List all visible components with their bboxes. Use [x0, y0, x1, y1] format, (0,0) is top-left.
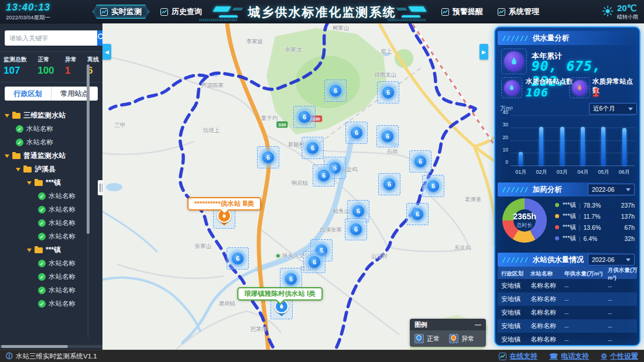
table-cell: --: [608, 296, 643, 303]
tree-folder[interactable]: 普通监测水站: [0, 149, 88, 163]
quality-ok-label: 水质合格站点数: [526, 77, 573, 86]
station-cluster-marker[interactable]: 6: [376, 125, 399, 147]
tree-station[interactable]: ✓水站名称: [0, 297, 88, 311]
map-place-label: 星岗镇: [219, 300, 236, 308]
caret-down-icon[interactable]: [27, 181, 32, 185]
tree-station[interactable]: ✓水站名称: [0, 122, 88, 136]
marker-count: 6: [262, 151, 274, 163]
tree-station[interactable]: ✓水站名称: [0, 189, 88, 203]
map-place-label: 石岗: [387, 148, 398, 156]
tree-station[interactable]: ✓水站名称: [0, 230, 88, 243]
table-row[interactable]: 安地镇名称名称----: [498, 319, 637, 333]
tree-scrollbar[interactable]: [87, 64, 90, 234]
tree-station-label: 水站名称: [49, 259, 76, 268]
x-tick-label: 06月: [619, 168, 630, 176]
table-row[interactable]: 安地镇名称名称----: [498, 279, 637, 292]
legend-collapse-button[interactable]: —: [475, 321, 481, 328]
map-place-label: 山汀村: [371, 253, 388, 260]
table-row[interactable]: 安地镇名称名称----: [498, 333, 637, 346]
collapse-panel-button[interactable]: ▶: [479, 44, 488, 60]
tree-station[interactable]: ✓水站名称: [0, 203, 88, 216]
nav-button-4[interactable]: 系统管理: [491, 5, 546, 19]
footer-link-1[interactable]: 在线支持: [499, 351, 537, 361]
tree-folder[interactable]: ***镇: [0, 243, 88, 257]
station-cluster-marker[interactable]: 6: [406, 203, 429, 225]
nav-button-label: 系统管理: [509, 6, 539, 17]
collapse-sidebar-button[interactable]: ◀: [102, 44, 111, 60]
tab-favorite-stations[interactable]: 常用站点: [51, 87, 98, 101]
bar-05月: [601, 127, 605, 166]
table-cell: --: [564, 282, 608, 289]
station-cluster-marker[interactable]: 6: [377, 81, 399, 104]
nav-button-1[interactable]: 实时监测: [93, 5, 149, 19]
footer-link-3[interactable]: ⚙个性设置: [601, 351, 638, 361]
legend-percent: 11.7%: [584, 213, 606, 220]
map-place-label: 白溪张家: [320, 226, 342, 234]
abnormal-station-callout[interactable]: **********供水站 Ⅲ类: [187, 197, 261, 211]
status-ok-icon: ✓: [38, 219, 46, 227]
station-cluster-marker[interactable]: 6: [313, 164, 335, 187]
station-cluster-marker[interactable]: 6: [409, 150, 431, 173]
station-cluster-marker[interactable]: 6: [257, 146, 279, 168]
station-cluster-marker[interactable]: 6: [345, 122, 368, 144]
nav-button-label: 历史查询: [172, 6, 202, 17]
sidebar-resize-grip[interactable]: [98, 180, 104, 195]
weather-widget: 20℃ 晴转小雨: [602, 3, 638, 21]
tree-folder[interactable]: ***镇: [0, 176, 88, 189]
stat-label: 监测总数: [4, 56, 27, 64]
search-button[interactable]: [97, 30, 102, 46]
tree-folder[interactable]: 泸溪县: [0, 163, 88, 176]
footer-link-2[interactable]: ☎电话支持: [549, 351, 589, 361]
legend-town-label: ***镇: [563, 235, 576, 243]
table-month-dropdown[interactable]: 2022-06: [588, 254, 635, 266]
tree-station-label: 水站名称: [26, 125, 53, 133]
tree-station[interactable]: ✓水站名称: [0, 216, 88, 230]
table-cell: 名称名称: [530, 308, 564, 317]
search-input[interactable]: [5, 30, 97, 46]
nav-button-3[interactable]: 预警提醒: [434, 5, 490, 19]
caret-down-icon[interactable]: [27, 249, 32, 252]
table-row[interactable]: 安地镇名称名称----: [498, 306, 637, 319]
station-cluster-marker[interactable]: 6: [227, 247, 249, 270]
dosing-month-dropdown[interactable]: 2022-06: [588, 184, 635, 195]
tree-folder[interactable]: 三维监测水站: [0, 109, 88, 122]
slashes-icon: //////: [502, 186, 529, 194]
station-cluster-marker[interactable]: 6: [345, 218, 367, 240]
table-row[interactable]: 安地镇名称名称----: [498, 292, 637, 306]
marker-count: 6: [382, 87, 394, 98]
station-cluster-marker[interactable]: 6: [293, 106, 316, 128]
pin-head: [416, 335, 422, 340]
bar-chart-xlabels: 01月02月03月04月05月06月: [511, 168, 635, 176]
period-dropdown[interactable]: 近6个月: [589, 103, 637, 115]
tree-station[interactable]: ✓水站名称: [0, 257, 88, 270]
station-cluster-marker[interactable]: 6: [422, 175, 444, 197]
normal-station-callout[interactable]: 琅琊镇雅陈村供水站 Ⅰ类: [237, 287, 323, 301]
station-cluster-marker[interactable]: 6: [302, 137, 324, 159]
station-cluster-marker[interactable]: 6: [378, 173, 400, 195]
caret-down-icon[interactable]: [5, 154, 9, 158]
tree-station[interactable]: ✓水站名称: [0, 270, 88, 284]
footer-link-label: 在线支持: [509, 351, 537, 361]
table-cell: 安地镇: [501, 295, 530, 304]
stat-label: 异常: [65, 56, 77, 64]
marker-count: 6: [382, 130, 393, 142]
y-tick-label: 30: [498, 122, 508, 127]
caret-down-icon[interactable]: [5, 114, 9, 118]
h-scrollbar[interactable]: [1, 345, 68, 348]
bars-group: [511, 116, 635, 166]
station-cluster-marker[interactable]: 6: [324, 80, 347, 102]
caret-down-icon[interactable]: [16, 168, 20, 171]
legend-pin-box: [415, 334, 424, 343]
tree-station-label: 水站名称: [49, 273, 76, 281]
table-cell: --: [564, 296, 608, 303]
footer: ⓘ 水站三维实时监测系统V1.1 在线支持☎电话支持⚙个性设置: [0, 350, 644, 362]
tab-admin-region[interactable]: 行政区划: [5, 87, 51, 101]
map-place-label: 李家坂: [246, 38, 263, 46]
tree-station[interactable]: ✓水站名称: [0, 284, 88, 297]
bar-06月: [622, 128, 626, 166]
tree-station[interactable]: ✓水站名称: [0, 136, 88, 149]
station-cluster-marker[interactable]: 6: [303, 251, 326, 273]
marker-count: 6: [350, 223, 362, 235]
legend-hours: 32h: [624, 235, 635, 242]
y-tick-label: 40: [498, 109, 508, 115]
